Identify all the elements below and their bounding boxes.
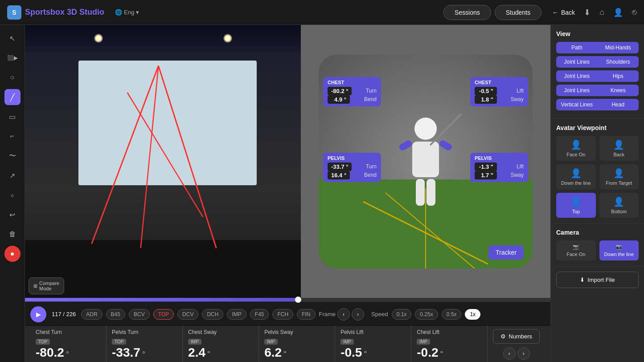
pelvis-right-lift-value: -1.3 " [475,163,497,171]
stats-prev-button[interactable]: ‹ [503,347,516,360]
exit-icon[interactable]: ⎋ [632,8,637,17]
from-target-icon: 👤 [613,168,624,179]
tag-fch[interactable]: FCH [272,309,293,320]
speed-01x[interactable]: 0.1x [392,309,412,320]
user-icon[interactable]: 👤 [613,8,623,17]
tag-top[interactable]: TOP [153,309,174,320]
back-label: Back [614,152,624,157]
home-icon[interactable]: ⌂ [599,8,604,17]
view-mid-hands-button[interactable]: Mid-Hands [598,42,639,53]
view-shoulders-button[interactable]: Shoulders [598,56,639,68]
stat-pelvis-sway-title: Pelvis Sway [264,329,329,335]
speed-025x[interactable]: 0.25x [415,309,438,320]
numbers-button[interactable]: ⚙ Numbers [493,329,540,344]
tag-adr[interactable]: ADR [81,309,102,320]
pelvis-right-lift-row: -1.3 " Lift [475,163,524,171]
stat-pelvis-turn-title: Pelvis Turn [112,329,177,335]
frame-next-button[interactable]: › [352,308,364,321]
pelvis-right-sway-row: 1.7 " Sway [475,171,524,179]
view-joint-lines-knees-left[interactable]: Joint Lines [556,85,598,96]
tag-b45[interactable]: B45 [106,309,125,320]
svg-line-6 [386,193,475,268]
right-avatar-panel: CHEST -80.2 ° Turn 4.9 ° Bend [301,25,550,298]
play-button[interactable]: ▶ [30,306,46,322]
top-label: Top [572,209,580,214]
video-section: ⊞ CompareMode [25,25,550,362]
stat-pelvis-turn: Pelvis Turn TOP -33.7 ° [107,325,183,362]
back-button[interactable]: ← Back [552,9,575,16]
sessions-button[interactable]: Sessions [443,5,491,20]
chest-right-lift-value: -0.5 " [475,87,497,95]
eraser-tool[interactable]: ⬦ [4,187,21,203]
speed-05x[interactable]: 0.5x [442,309,462,320]
angle-tool[interactable]: ⌐ [4,128,21,144]
view-head-button[interactable]: Head [598,99,639,110]
chest-left-bend-row: 4.9 ° Bend [328,95,377,104]
camera-down-line-icon: 📷 [616,244,622,250]
chest-left-bend-value: 4.9 ° [328,95,350,104]
stat-pelvis-turn-tag: TOP [112,339,126,345]
viewpoint-top[interactable]: 👤 Top [556,193,596,218]
timeline-handle[interactable] [295,297,301,303]
pelvis-right-title: PELVIS [475,155,524,161]
face-on-icon: 👤 [570,139,582,150]
viewpoint-back[interactable]: 👤 Back [599,136,639,161]
view-joint-lines-shoulders-left[interactable]: Joint Lines [556,56,598,68]
video-tool[interactable]: ⬛▶ [4,50,21,66]
speed-1x[interactable]: 1x [465,309,480,320]
tag-dcv[interactable]: DCV [177,309,198,320]
chest-left-overlay: CHEST -80.2 ° Turn 4.9 ° Bend [323,77,381,106]
tag-dch[interactable]: DCH [202,309,223,320]
tag-bcv[interactable]: BCV [129,309,150,320]
timeline-bar[interactable] [25,298,550,301]
pelvis-right-sway-label: Sway [511,172,524,178]
viewpoint-bottom[interactable]: 👤 Bottom [599,193,639,218]
viewpoint-face-on[interactable]: 👤 Face On [556,136,596,161]
view-vertical-lines-button[interactable]: Vertical Lines [556,99,598,110]
tracker-button[interactable]: Tracker [488,245,524,260]
download-icon[interactable]: ⬇ [584,8,591,17]
screen-background [78,61,257,185]
pelvis-left-turn-value: -33.7 ° [328,163,352,171]
undo-tool[interactable]: ↩ [4,207,21,223]
rect-tool[interactable]: ▭ [4,109,21,125]
view-path-button[interactable]: Path [556,42,598,53]
pelvis-left-overlay: PELVIS -33.7 ° Turn 16.4 ° Bend [323,153,381,182]
current-frame: 117 [52,311,62,317]
viewpoint-down-the-line[interactable]: 👤 Down the line [556,164,596,189]
chest-right-overlay: CHEST -0.5 " Lift 1.8 " Sway [470,77,528,106]
tag-f45[interactable]: F45 [250,309,269,320]
students-button[interactable]: Students [495,5,541,20]
down-line-icon: 👤 [570,168,582,179]
stats-next-button[interactable]: › [517,347,530,360]
logo-icon: S [7,5,21,20]
view-hips-button[interactable]: Hips [598,70,639,82]
camera-face-on-label: Face On [566,252,585,257]
language-selector[interactable]: 🌐 Eng ▾ [115,9,139,16]
frame-prev-button[interactable]: ‹ [337,308,350,321]
back-icon: 👤 [613,139,624,150]
back-arrow-icon: ← [552,9,558,16]
wave-tool[interactable]: 〜 [4,148,21,164]
record-tool[interactable]: ● [4,246,21,262]
arrow-tool[interactable]: ↗ [4,167,21,183]
tag-fin[interactable]: FIN [297,309,315,320]
tag-imp[interactable]: IMP [227,309,246,320]
camera-down-the-line[interactable]: 📷 Down the line [599,240,639,260]
circle-tool[interactable]: ○ [4,69,21,85]
view-joint-lines-hips-left[interactable]: Joint Lines [556,70,598,82]
camera-face-on[interactable]: 📷 Face On [556,240,596,260]
import-file-button[interactable]: ⬇ Import File [556,272,639,288]
pelvis-left-turn-row: -33.7 ° Turn [328,163,377,171]
chest-right-box: CHEST -0.5 " Lift 1.8 " Sway [470,77,528,106]
viewpoint-from-target[interactable]: 👤 From Target [599,164,639,189]
frame-navigation: Frame ‹ › [319,308,365,321]
cursor-tool[interactable]: ↖ [4,30,21,46]
line-tool[interactable]: ╱ [4,89,21,105]
avatar-panel: CHEST -80.2 ° Turn 4.9 ° Bend [301,25,550,298]
speed-label: Speed [371,311,388,317]
compare-mode-button[interactable]: ⊞ CompareMode [29,277,64,294]
trash-tool[interactable]: 🗑 [4,226,21,242]
stat-pelvis-lift-title: Pelvis Lift [340,329,406,335]
view-knees-button[interactable]: Knees [598,85,639,96]
